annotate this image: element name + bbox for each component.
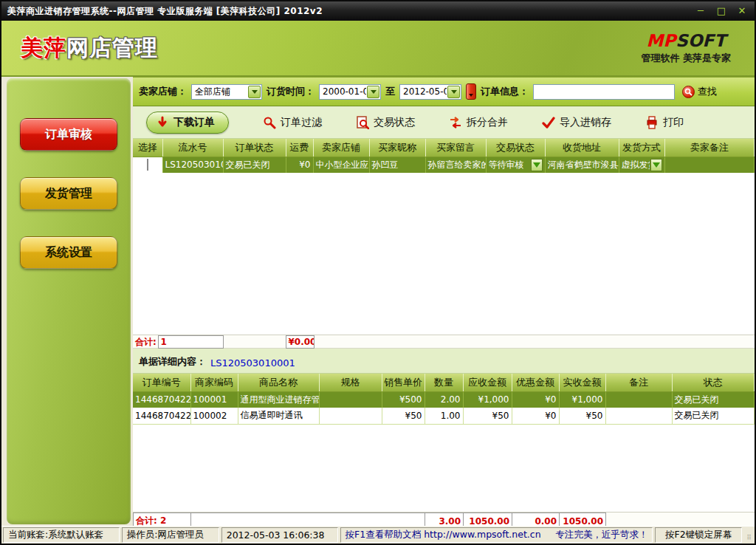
col-received[interactable]: 实收金额 [559, 374, 605, 391]
unit-price-cell: ¥50 [382, 408, 425, 424]
sidebar-item-order-review[interactable]: 订单审核 [20, 118, 117, 151]
window-controls: ─ □ ✕ [694, 5, 749, 17]
detail-header-row: 订单编号 商家编码 商品名称 规格 销售单价 数量 应收金额 优惠金额 实收金额… [133, 374, 755, 391]
detail-row[interactable]: 1446870422146 100002 信易通即时通讯 ¥50 1.00 ¥5… [133, 408, 755, 424]
detail-table-area: 订单编号 商家编码 商品名称 规格 销售单价 数量 应收金额 优惠金额 实收金额… [133, 374, 755, 513]
chevron-down-icon[interactable] [367, 86, 379, 98]
trade-status-icon [356, 116, 369, 129]
download-orders-button[interactable]: 下载订单 [146, 112, 229, 134]
order-row[interactable]: LS1205030100 交易已关闭 ¥0 中小型企业应 孙凹豆 孙留言给卖家的… [133, 157, 755, 173]
spacer-cell [314, 336, 755, 349]
sidebar-item-shipping[interactable]: 发货管理 [20, 177, 117, 210]
more-filter-icon[interactable] [466, 83, 476, 100]
date-from-select[interactable]: 2000-01-01 [319, 84, 381, 100]
shop-select-value: 全部店铺 [192, 86, 247, 98]
col-merchant-code[interactable]: 商家编码 [190, 374, 238, 391]
col-trade-status[interactable]: 交易状态 [486, 139, 545, 157]
sidebar-item-settings[interactable]: 系统设置 [20, 236, 117, 269]
col-discount[interactable]: 优惠金额 [512, 374, 559, 391]
order-no-cell: 1446870422146 [133, 408, 190, 424]
col-ship-method[interactable]: 发货方式 [619, 139, 664, 157]
orders-total-count: 1 [158, 336, 223, 349]
order-info-input[interactable] [533, 84, 675, 100]
orders-total-freight: ¥0.00 [286, 336, 314, 349]
find-button[interactable]: 查找 [682, 85, 717, 98]
trade-status-button[interactable]: 交易状态 [356, 116, 415, 129]
detail-row[interactable]: 1446870422146 100001 通用型商业进销存管 ¥500 2.00… [133, 391, 755, 408]
import-inventory-button[interactable]: 导入进销存 [542, 116, 611, 129]
chevron-down-icon[interactable] [248, 86, 261, 98]
print-icon [645, 116, 659, 129]
date-to-value: 2012-05-03 [400, 86, 447, 97]
app-window: 美萍商业进销存管理系统--网店管理 专业版服务端 [美萍科技公司] 2012v2… [0, 0, 756, 545]
shop-select[interactable]: 全部店铺 [191, 84, 262, 100]
maximize-icon[interactable]: □ [715, 5, 728, 17]
spec-cell [319, 391, 382, 408]
col-serial[interactable]: 流水号 [162, 139, 223, 157]
print-button[interactable]: 打印 [645, 116, 684, 129]
col-note[interactable]: 备注 [605, 374, 672, 391]
col-qty[interactable]: 数量 [425, 374, 463, 391]
print-label: 打印 [663, 116, 684, 129]
shop-cell: 中小型企业应 [313, 157, 369, 173]
col-order-status[interactable]: 订单状态 [223, 139, 286, 157]
resize-grip-icon[interactable]: ⠿ [744, 527, 753, 543]
col-status[interactable]: 状态 [672, 374, 755, 391]
minimize-icon[interactable]: ─ [694, 5, 707, 17]
detail-caption-value: LS120503010001 [210, 357, 295, 369]
col-seller-note[interactable]: 卖家备注 [664, 139, 755, 157]
find-button-label: 查找 [698, 85, 717, 98]
col-address[interactable]: 收货地址 [545, 139, 619, 157]
orders-total-strip: 合计: 1 ¥0.00 [133, 335, 755, 349]
merchant-code-cell: 100002 [190, 408, 238, 424]
trade-status-label: 交易状态 [374, 116, 415, 129]
chevron-down-icon[interactable] [447, 86, 460, 98]
order-filter-label: 订单过滤 [281, 116, 322, 129]
col-unit-price[interactable]: 销售单价 [382, 374, 425, 391]
row-checkbox[interactable] [147, 159, 148, 171]
date-filter-label: 订货时间： [267, 85, 315, 98]
orders-table-area: 选择 流水号 订单状态 运费 卖家店铺 买家昵称 买家留言 交易状态 收货地址 … [133, 139, 755, 335]
merchant-code-cell: 100001 [190, 391, 238, 408]
app-logo: 美萍网店管理 [21, 33, 158, 64]
toolbar: 下载订单 订单过滤 交易状态 [133, 106, 755, 139]
col-buyer-message[interactable]: 买家留言 [425, 139, 486, 157]
freight-cell: ¥0 [286, 157, 313, 173]
body: 订单审核 发货管理 系统设置 卖家店铺： 全部店铺 订货时间： 2000-01-… [1, 77, 755, 526]
orders-header-row: 选择 流水号 订单状态 运费 卖家店铺 买家昵称 买家留言 交易状态 收货地址 … [133, 139, 755, 157]
col-order-no[interactable]: 订单编号 [133, 374, 190, 391]
banner: 美萍网店管理 MPSOFT 管理软件 美萍是专家 [1, 21, 755, 77]
status-datetime: 2012-05-03 16:06:38 [221, 527, 338, 543]
logo-brand-text: 美萍 [21, 35, 66, 61]
col-spec[interactable]: 规格 [319, 374, 382, 391]
split-merge-button[interactable]: 拆分合并 [449, 116, 508, 129]
ship-method-dropdown-icon[interactable] [650, 159, 662, 171]
spec-cell [319, 408, 382, 424]
received-cell: ¥50 [559, 408, 605, 424]
order-filter-button[interactable]: 订单过滤 [263, 116, 322, 129]
discount-cell: ¥0 [512, 408, 559, 424]
col-receivable[interactable]: 应收金额 [463, 374, 512, 391]
detail-table: 订单编号 商家编码 商品名称 规格 销售单价 数量 应收金额 优惠金额 实收金额… [133, 374, 755, 425]
unit-price-cell: ¥500 [382, 391, 425, 408]
spacer-cell [223, 336, 286, 349]
col-shop[interactable]: 卖家店铺 [313, 139, 369, 157]
date-to-select[interactable]: 2012-05-03 [399, 84, 461, 100]
brand-tagline: 管理软件 美萍是专家 [641, 52, 731, 65]
trade-status-cell: 等待审核 [486, 157, 545, 173]
status-lock-hint: 按F2键锁定屏幕 [655, 527, 742, 543]
received-cell: ¥1,000 [559, 391, 605, 408]
close-icon[interactable]: ✕ [735, 5, 749, 17]
col-product-name[interactable]: 商品名称 [238, 374, 319, 391]
trade-status-dropdown-icon[interactable] [531, 159, 543, 171]
receivable-cell: ¥50 [463, 408, 512, 424]
col-buyer[interactable]: 买家昵称 [369, 139, 425, 157]
address-cell: 河南省鹤壁市浚县 [545, 157, 619, 173]
receivable-cell: ¥1,000 [463, 391, 512, 408]
col-freight[interactable]: 运费 [286, 139, 313, 157]
buyer-cell: 孙凹豆 [369, 157, 425, 173]
col-select[interactable]: 选择 [133, 139, 162, 157]
download-orders-label: 下载订单 [173, 116, 215, 129]
detail-total-strip: 合计: 2 3.00 1050.00 0.00 1050.00 [133, 513, 755, 526]
search-icon [682, 86, 695, 98]
